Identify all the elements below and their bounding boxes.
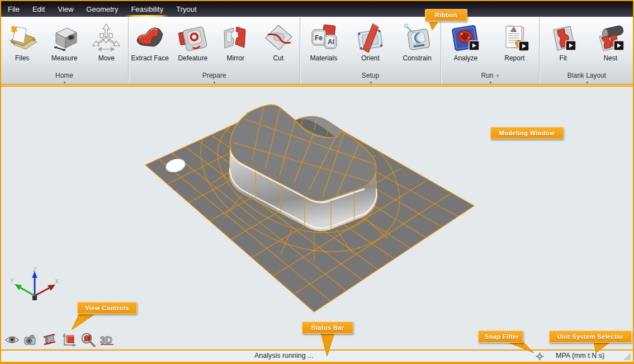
ribbon-callout: Ribbon	[425, 9, 467, 21]
defeature-icon	[177, 22, 209, 54]
snap-filter-icon[interactable]	[535, 352, 545, 361]
launcher-arrow-icon	[519, 41, 529, 51]
orient-icon	[354, 22, 386, 54]
ribbon-item-label: Nest	[603, 54, 617, 62]
ribbon-item-report[interactable]: Report	[492, 22, 537, 62]
eye-icon[interactable]	[4, 332, 20, 347]
ribbon-group-label-prepare: Prepare	[129, 72, 300, 79]
ribbon-item-label: Files	[15, 54, 29, 62]
analyze-icon	[450, 22, 481, 54]
ribbon-item-analyze[interactable]: Analyze	[443, 22, 488, 62]
ribbon-group-prepare: Extract Face Defeature	[128, 17, 300, 84]
ribbon-item-files[interactable]: Files	[2, 22, 42, 62]
3d-view-label: 3D	[100, 335, 112, 346]
ribbon-item-label: Materials	[310, 54, 337, 62]
menu-edit[interactable]: Edit	[30, 5, 47, 13]
ribbon-item-label: Cut	[273, 54, 283, 62]
ribbon: Files Measure	[1, 17, 633, 84]
view-controls-callout: View Controls	[77, 302, 137, 314]
3d-view-icon[interactable]: 3D	[100, 332, 115, 347]
modeling-window-callout: Modeling Window	[490, 127, 564, 139]
ribbon-item-cut[interactable]: Cut	[258, 22, 299, 62]
ribbon-item-label: Defeature	[178, 54, 207, 62]
ribbon-item-extract-face[interactable]: Extract Face	[130, 22, 170, 62]
ribbon-item-label: Report	[504, 54, 524, 62]
ribbon-item-defeature[interactable]: Defeature	[173, 22, 213, 62]
status-bar-callout-tail	[319, 333, 337, 357]
ribbon-item-fit[interactable]: Fit	[541, 22, 585, 62]
materials-al-label: Al	[328, 38, 334, 46]
extract-face-icon	[134, 22, 165, 54]
menu-view[interactable]: View	[55, 5, 75, 13]
launcher-arrow-icon	[469, 41, 479, 50]
files-icon	[7, 22, 38, 54]
menu-bar: File Edit View Geometry Feasibility Tryo…	[1, 1, 633, 17]
ribbon-group-setup: Fe Al Materials	[300, 17, 441, 84]
ribbon-item-label: Measure	[51, 54, 78, 62]
ribbon-item-label: Extract Face	[131, 54, 169, 62]
ribbon-item-label: Mirror	[227, 54, 244, 62]
ribbon-group-label-home: Home	[1, 72, 127, 79]
cut-icon	[263, 22, 294, 54]
application-window: File Edit View Geometry Feasibility Tryo…	[0, 0, 634, 364]
ribbon-item-nest[interactable]: Nest	[589, 22, 632, 62]
ribbon-item-materials[interactable]: Fe Al Materials	[304, 22, 344, 62]
ribbon-item-label: Orient	[361, 54, 380, 62]
fit-icon	[547, 22, 579, 54]
menu-tryout[interactable]: Tryout	[174, 5, 198, 13]
triad-z-label: Z	[32, 267, 37, 273]
triad-y-label: Y	[10, 278, 15, 284]
ribbon-item-label: Analyze	[453, 54, 477, 62]
launcher-arrow-icon	[614, 41, 624, 50]
view-controls: 3D	[4, 332, 115, 347]
nest-icon	[595, 22, 626, 54]
materials-fe-label: Fe	[315, 34, 323, 42]
camera-icon[interactable]	[23, 332, 39, 347]
unit-system-selector-callout: Unit System Selector	[549, 330, 632, 343]
triad-x-label: X	[54, 278, 59, 285]
status-bar-callout: Status Bar	[302, 322, 353, 334]
ribbon-item-label: Constrain	[403, 54, 431, 62]
ribbon-group-label-setup: Setup	[300, 72, 441, 79]
report-icon	[499, 22, 530, 54]
ribbon-item-measure[interactable]: Measure	[44, 22, 84, 62]
measure-icon	[49, 22, 80, 54]
snap-filter-callout-tail	[506, 342, 536, 354]
run-dropdown-icon[interactable]: ▾	[496, 73, 499, 79]
menu-geometry[interactable]: Geometry	[84, 5, 120, 13]
ribbon-item-orient[interactable]: Orient	[350, 22, 390, 62]
snap-filter-callout: Snap Filter	[478, 330, 523, 343]
mirror-icon	[220, 22, 251, 54]
menu-feasibility[interactable]: Feasibility	[129, 5, 165, 13]
ribbon-item-label: Move	[98, 54, 115, 62]
die-view-icon[interactable]	[42, 332, 58, 347]
zoom-window-icon[interactable]	[61, 332, 77, 347]
menu-file[interactable]: File	[6, 5, 22, 13]
ribbon-callout-tail	[428, 21, 441, 31]
ribbon-group-blank-layout: Fit Nest	[539, 17, 634, 84]
zoom-icon[interactable]	[81, 332, 96, 347]
resize-grip[interactable]	[623, 353, 631, 361]
coordinate-triad[interactable]: Z Y X	[8, 267, 59, 302]
status-message: Analysis running ...	[254, 352, 314, 360]
ribbon-group-home: Files Measure	[1, 17, 127, 84]
ribbon-group-label-blank-layout: Blank Layout	[540, 72, 634, 79]
move-icon	[91, 22, 122, 54]
ribbon-group-label-run[interactable]: Run▾	[441, 72, 539, 79]
view-controls-callout-tail	[69, 314, 95, 331]
ribbon-item-move[interactable]: Move	[86, 22, 126, 62]
launcher-arrow-icon	[566, 41, 576, 50]
ribbon-group-run: Analyze	[441, 17, 539, 84]
ribbon-item-label: Fit	[560, 54, 567, 62]
unit-system-callout-tail	[592, 342, 612, 354]
ribbon-item-mirror[interactable]: Mirror	[215, 22, 256, 62]
status-bar: Analysis running ... MPA (mm t N s)	[1, 349, 633, 363]
materials-icon: Fe Al	[308, 22, 339, 54]
